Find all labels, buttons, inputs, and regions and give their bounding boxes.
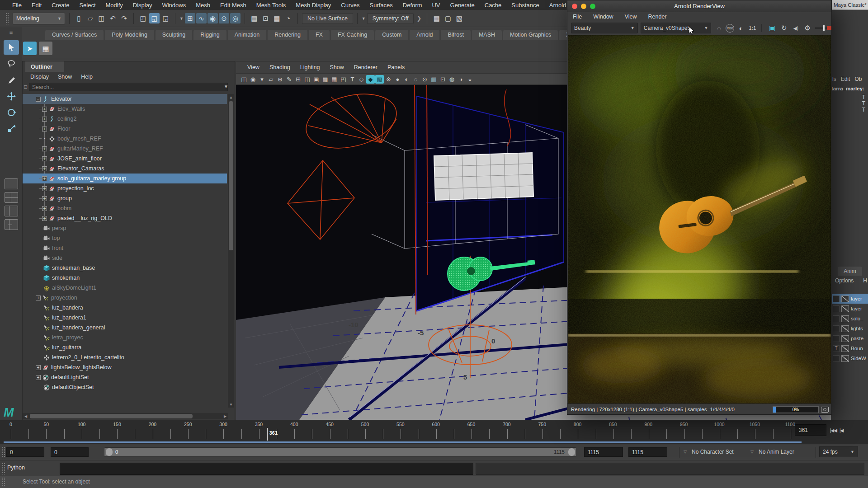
scroll-up-icon[interactable]: ▲	[228, 94, 234, 100]
chevron-down-icon[interactable]: ▼	[224, 84, 228, 89]
expand-icon[interactable]: +	[42, 127, 47, 131]
channel-attr[interactable]: T	[862, 100, 865, 107]
menu-surfaces[interactable]: Surfaces	[365, 2, 398, 9]
bookmark-icon[interactable]: ▾	[258, 75, 266, 84]
exposure-icon[interactable]: ◑	[457, 75, 465, 84]
shelf-tab-custom[interactable]: Custom	[375, 30, 408, 40]
select-object-icon[interactable]: ◱	[149, 13, 160, 23]
paint-select-tool[interactable]	[4, 73, 19, 87]
expand-icon[interactable]: +	[42, 196, 47, 201]
timeline-ruler[interactable]: 0501001502002503003504004505005506006507…	[0, 420, 809, 441]
outliner-item-elev-walls[interactable]: +Elev_Walls	[23, 104, 227, 114]
drag-handle[interactable]	[5, 13, 9, 24]
rgb-channel-icon[interactable]: RGB	[726, 24, 734, 33]
paint-effects-icon[interactable]: ▧	[454, 13, 464, 23]
shelf-tab-curves-surfaces[interactable]: Curves / Surfaces	[45, 30, 104, 40]
select-tool[interactable]	[4, 40, 19, 55]
camera-dropdown[interactable]: Camera_v0Shape5▼	[641, 23, 712, 33]
safe-action-icon[interactable]: ◰	[339, 75, 348, 84]
menu-generate[interactable]: Generate	[445, 2, 480, 9]
menu-uv[interactable]: UV	[427, 2, 445, 9]
animation-end-field[interactable]	[628, 447, 667, 457]
menu-mesh[interactable]: Mesh	[191, 2, 215, 9]
outliner-menu-show[interactable]: Show	[54, 74, 76, 80]
outliner-item-elevator[interactable]: −Elevator	[23, 94, 227, 104]
menu-mesh-tools[interactable]: Mesh Tools	[251, 2, 291, 9]
grease-pencil-icon[interactable]: ✎	[285, 75, 293, 84]
viewport-menu-view[interactable]: View	[242, 64, 264, 70]
timeline-playhead[interactable]	[267, 428, 268, 441]
range-end-handle[interactable]	[568, 448, 575, 456]
outliner-menu-display[interactable]: Display	[26, 74, 53, 80]
layer-visibility-toggle[interactable]	[833, 305, 840, 312]
anim-layer-dropdown[interactable]: No Anim Layer	[759, 449, 794, 455]
zoom-ratio-label[interactable]: 1:1	[749, 25, 756, 31]
select-hierarchy-icon[interactable]: ◰	[138, 13, 148, 23]
outliner-item-persp[interactable]: persp	[23, 223, 227, 233]
display-layer-sidew-6[interactable]: SideW	[831, 353, 868, 363]
channels-menu[interactable]: ls	[832, 76, 836, 82]
swatch-icon[interactable]: ▢	[443, 13, 453, 23]
playback-start-field[interactable]	[51, 447, 89, 457]
toolbox-menu-icon[interactable]: ≡	[7, 29, 15, 36]
shelf-tab-bifrost[interactable]: Bifrost	[441, 30, 470, 40]
scroll-left-icon[interactable]: ◀	[23, 413, 29, 419]
menu-mesh-display[interactable]: Mesh Display	[291, 2, 336, 9]
display-layer-layer-0[interactable]: layer	[831, 294, 868, 304]
layer-visibility-toggle[interactable]	[833, 296, 840, 302]
close-icon[interactable]	[572, 4, 577, 9]
layer-swatch-icon[interactable]	[841, 345, 849, 352]
shelf-tab-fx-caching[interactable]: FX Caching	[331, 30, 374, 40]
shelf-tab-mash[interactable]: MASH	[472, 30, 502, 40]
snap-projected-center-icon[interactable]: ⊙	[219, 13, 229, 23]
menu-set-dropdown[interactable]: Modeling▼	[13, 13, 65, 24]
exposure-slider[interactable]	[815, 28, 831, 28]
animation-start-field[interactable]	[6, 447, 44, 457]
arnold-menu-render[interactable]: Render	[648, 14, 673, 20]
outliner-item-lightsbelow-lightsbelow[interactable]: +lightsBelow_lightsBelow	[23, 362, 227, 372]
leaf-icon[interactable]: •	[42, 136, 47, 141]
expand-icon[interactable]: +	[36, 365, 41, 370]
channel-attr[interactable]: T	[862, 94, 865, 100]
outliner-item-defaultobjectset[interactable]: defaultObjectSet	[23, 382, 227, 392]
menu-modify[interactable]: Modify	[101, 2, 128, 9]
outliner-item-top[interactable]: top	[23, 233, 227, 243]
shelf-tab-rigging[interactable]: Rigging	[193, 30, 226, 40]
grid-icon[interactable]: ⊞	[294, 75, 302, 84]
display-layer-paste-4[interactable]: paste	[831, 333, 868, 343]
layer-visibility-toggle[interactable]	[833, 315, 840, 322]
single-pane-layout-button[interactable]	[5, 178, 18, 189]
new-scene-icon[interactable]: ▯	[74, 13, 84, 23]
scrollbar-thumb[interactable]	[229, 101, 233, 250]
scrollbar-thumb[interactable]	[30, 414, 193, 418]
outliner-item-luz-guitarra[interactable]: luz_guitarra	[23, 343, 227, 352]
slider-red-handle[interactable]	[827, 26, 831, 30]
update-icon[interactable]: ↻	[779, 23, 789, 33]
open-scene-icon[interactable]: ▱	[85, 13, 95, 23]
expand-icon[interactable]: +	[42, 216, 47, 221]
arnold-menu-file[interactable]: File	[573, 14, 588, 20]
playback-end-field[interactable]	[584, 447, 623, 457]
scroll-down-icon[interactable]: ▼	[228, 401, 234, 408]
fps-dropdown[interactable]: 24 fps▼	[819, 446, 858, 457]
command-language-label[interactable]: Python	[7, 465, 25, 471]
crop-region-icon[interactable]: ▣	[767, 23, 777, 33]
2d-pan-zoom-icon[interactable]: ⊕	[276, 75, 284, 84]
two-pane-layout-button[interactable]	[5, 206, 18, 216]
expand-icon[interactable]: +	[42, 176, 47, 181]
expand-icon[interactable]: +	[42, 107, 47, 112]
outliner-item-elevator-camaras[interactable]: +Elevator_Camaras	[23, 164, 227, 174]
menu-windows[interactable]: Windows	[157, 2, 191, 9]
film-gate-icon[interactable]: ◫	[303, 75, 311, 84]
scale-tool[interactable]	[4, 122, 19, 136]
range-start-handle[interactable]	[106, 448, 113, 456]
expand-icon[interactable]: +	[36, 375, 41, 380]
viewport-menu-lighting[interactable]: Lighting	[295, 64, 325, 70]
outliner-item-aiskydomelight1[interactable]: aiSkyDomeLight1	[23, 283, 227, 293]
outliner-item-defaultlightset[interactable]: +defaultLightSet	[23, 372, 227, 382]
gate-mask-icon[interactable]: ▩	[321, 75, 330, 84]
display-layer-solo-2[interactable]: solo_	[831, 314, 868, 324]
layers-options-menu[interactable]: Options	[835, 277, 854, 284]
outliner-persp-layout-button[interactable]	[5, 219, 18, 230]
range-slider-track[interactable]: 0 1115	[104, 447, 577, 457]
